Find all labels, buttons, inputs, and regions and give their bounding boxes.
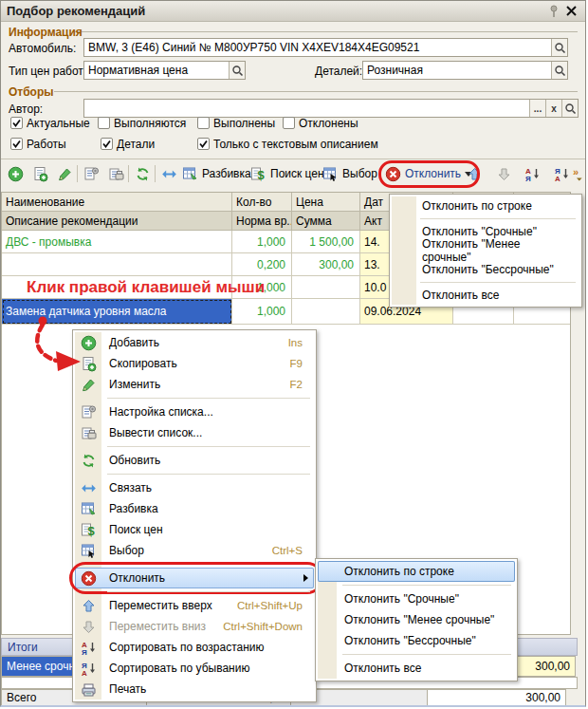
price-search-icon: $ [250, 166, 266, 182]
cell-price[interactable] [292, 276, 360, 299]
cell-qty[interactable]: 0,200 [232, 253, 292, 276]
reject-icon [80, 569, 97, 587]
author-input[interactable] [84, 100, 529, 117]
menu-separator [392, 215, 579, 222]
context-item-refresh[interactable]: Обновить [75, 450, 314, 471]
parts-price-lookup-button[interactable] [551, 62, 567, 79]
add-icon [8, 166, 24, 182]
submenu-item-reject-urgent[interactable]: Отклонить "Срочные" [318, 588, 515, 609]
list-settings-icon [80, 403, 97, 420]
dropdown-item-reject-row[interactable]: Отклонить по строке [392, 196, 579, 215]
checkbox-text-description-only[interactable]: Только с текстовым описанием [197, 137, 378, 151]
cell-price[interactable]: 1 500,00 [292, 231, 360, 253]
price-search-button[interactable]: $Поиск цен [248, 162, 327, 185]
move-up-button[interactable] [464, 163, 485, 184]
work-price-field[interactable]: Нормативная цена [83, 61, 246, 80]
move-down-icon [80, 618, 97, 635]
magnifier-icon [554, 42, 566, 54]
add-button[interactable] [5, 163, 26, 184]
link-button[interactable] [158, 163, 179, 184]
close-icon[interactable] [562, 3, 579, 20]
sort-desc-icon: ЯА [554, 166, 570, 182]
cell-price[interactable] [292, 299, 360, 325]
cell-name-selected[interactable]: Замена датчика уровня масла [2, 299, 232, 325]
context-item-print[interactable]: Печать [75, 679, 314, 700]
pin-icon[interactable] [545, 3, 562, 20]
submenu-item-reject-non-urgent[interactable]: Отклонить "Бессрочные" [318, 630, 515, 651]
dropdown-item-reject-less-urgent[interactable]: Отклонить "Менее срочные" [392, 241, 579, 260]
dropdown-item-reject-non-urgent[interactable]: Отклонить "Бессрочные" [392, 260, 579, 279]
totals-group-value[interactable]: 300,00 [513, 656, 576, 677]
author-clear-button[interactable]: x [545, 100, 561, 117]
context-item-print-list[interactable]: Вывести список... [75, 422, 314, 443]
car-lookup-button[interactable] [551, 39, 567, 56]
context-item-price-search[interactable]: $Поиск цен [75, 519, 314, 540]
copy-button[interactable] [29, 163, 50, 184]
cell-name[interactable]: Клик правой клавишей мыши [2, 276, 232, 299]
context-item-link[interactable]: Связать [75, 477, 314, 498]
checkbox-box [283, 117, 295, 129]
author-lookup-button[interactable] [561, 100, 578, 117]
more-buttons-button[interactable]: » [572, 163, 586, 184]
info-section-label: Информация [9, 26, 83, 39]
select-icon [322, 166, 339, 182]
author-field[interactable]: ... x [83, 99, 579, 118]
cell-name[interactable] [2, 253, 232, 276]
checkbox-rejected[interactable]: Отклонены [283, 116, 358, 130]
cell-price[interactable]: 300,00 [292, 253, 360, 276]
work-price-label: Тип цен работ: [9, 65, 86, 78]
menu-separator [318, 651, 515, 658]
context-item-sort-descending[interactable]: ЯАСортировать по убыванию [75, 658, 314, 679]
svg-text:Я: Я [525, 175, 531, 182]
sort-descending-button[interactable]: ЯА [551, 163, 572, 184]
checkbox-works[interactable]: Работы [10, 137, 66, 151]
submenu-item-reject-row[interactable]: Отклонить по строке [318, 561, 515, 582]
checkbox-done[interactable]: Выполнены [197, 116, 275, 130]
checkbox-actual[interactable]: Актуальные [10, 116, 90, 130]
checkbox-parts[interactable]: Детали [101, 137, 155, 151]
context-item-sort-ascending[interactable]: АЯСортировать по возрастанию [75, 637, 314, 658]
car-field[interactable]: BMW, 3 (E46) Синий № М800УР750 VIN X4XEV… [83, 38, 568, 57]
context-item-copy[interactable]: СкопироватьF9 [75, 353, 314, 374]
submenu-item-reject-all[interactable]: Отклонить все [318, 658, 515, 679]
cell-name[interactable]: ДВС - промывка [2, 231, 232, 253]
dropdown-item-reject-all[interactable]: Отклонить все [392, 286, 579, 305]
toolbar-separator [77, 165, 78, 182]
print-list-button[interactable] [105, 163, 126, 184]
author-more-button[interactable]: ... [529, 100, 545, 117]
move-down-icon [496, 166, 512, 182]
column-header-norm-time[interactable]: Норма вр... [232, 212, 292, 231]
context-item-split[interactable]: Разбивка [75, 498, 314, 519]
reject-button[interactable]: Отклонить [382, 162, 475, 185]
work-price-lookup-button[interactable] [229, 62, 245, 79]
svg-text:А: А [82, 669, 87, 677]
context-item-add[interactable]: ДобавитьIns [75, 332, 314, 353]
cell-qty[interactable]: 1,000 [232, 231, 292, 253]
edit-button[interactable] [54, 163, 75, 184]
submenu-item-reject-less-urgent[interactable]: Отклонить "Менее срочные" [318, 609, 515, 630]
column-header-sum[interactable]: Сумма [292, 212, 360, 231]
menu-separator [75, 471, 314, 477]
move-up-icon [467, 166, 483, 182]
parts-price-field[interactable]: Розничная [362, 61, 568, 80]
checkbox-in-progress[interactable]: Выполняются [98, 116, 186, 130]
sort-ascending-button[interactable]: АЯ [522, 163, 542, 184]
split-button[interactable]: Разбивка [179, 162, 254, 185]
context-item-select[interactable]: ВыборCtrl+S [75, 540, 314, 561]
column-header-name[interactable]: Наименование [2, 193, 232, 212]
column-header-qty[interactable]: Кол-во [232, 193, 292, 212]
list-settings-button[interactable] [81, 163, 101, 184]
context-item-reject[interactable]: Отклонить [75, 568, 314, 588]
cell-qty[interactable]: 1,000 [232, 299, 292, 325]
column-header-price[interactable]: Цена [292, 193, 360, 212]
move-down-button[interactable] [493, 163, 514, 184]
select-button[interactable]: Выбор [320, 162, 380, 185]
refresh-button[interactable] [132, 163, 153, 184]
column-header-description[interactable]: Описание рекомендации [2, 212, 232, 231]
context-item-list-settings[interactable]: Настройка списка... [75, 401, 314, 422]
checkbox-box [197, 138, 210, 150]
context-item-move-up[interactable]: Переместить вверхCtrl+Shift+Up [75, 595, 314, 616]
context-item-move-down[interactable]: Переместить внизCtrl+Shift+Down [75, 616, 314, 637]
context-item-edit[interactable]: ИзменитьF2 [75, 374, 314, 395]
toolbar-separator [155, 165, 156, 182]
